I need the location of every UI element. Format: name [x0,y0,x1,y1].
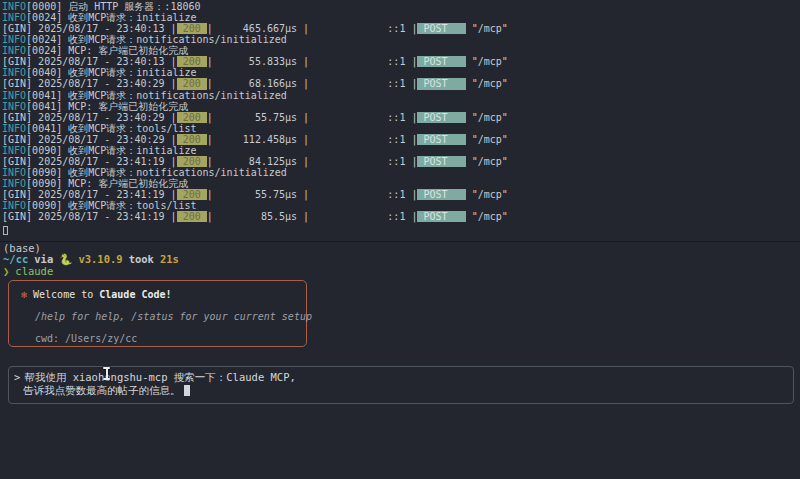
ibeam-bottom-cap [103,378,110,380]
status-200-badge: 200 [177,211,207,222]
method-post-badge: POST [417,112,465,123]
python-icon: 🐍 [59,253,72,265]
welcome-help-line: /help for help, /status for your current… [35,312,306,322]
status-200-badge: 200 [177,134,207,145]
method-post-badge: POST [417,23,465,34]
log-line: [GIN] 2025/08/17 - 23:40:29 | 200 | 112.… [2,134,508,145]
log-line: [GIN] 2025/08/17 - 23:40:29 | 200 | 68.1… [2,78,508,89]
log-level-label: INFO [2,178,26,189]
log-line: INFO[0040] 收到MCP请求：initialize [2,67,508,78]
method-post-badge: POST [417,189,465,200]
log-level-label: INFO [2,67,26,78]
log-level-label: INFO [2,34,26,45]
status-200-badge: 200 [177,23,207,34]
text-block-cursor [184,385,190,396]
welcome-title-prefix: Welcome to [33,289,93,300]
log-line: INFO[0090] MCP: 客户端已初始化完成 [2,178,508,189]
log-line: INFO[0024] 收到MCP请求：notifications/initial… [2,34,508,45]
method-post-badge: POST [417,134,465,145]
log-level-label: INFO [2,167,26,178]
section-divider [0,241,800,242]
claude-welcome-box: ✻Welcome to Claude Code! /help for help,… [8,280,307,347]
log-line: INFO[0024] MCP: 客户端已初始化完成 [2,45,508,56]
log-line: INFO[0000] 启动 HTTP 服务器：:18060 [2,1,508,12]
method-post-badge: POST [417,78,465,89]
cwd-path: ~/cc [3,253,28,265]
status-200-badge: 200 [177,78,207,89]
log-line: [GIN] 2025/08/17 - 23:41:19 | 200 | 55.7… [2,189,508,200]
log-line: INFO[0090] 收到MCP请求：tools/list [2,200,508,211]
welcome-cwd-line: cwd: /Users/zy/cc [35,334,306,344]
method-post-badge: POST [417,211,465,222]
input-line-2: 告诉我点赞数最高的帖子的信息。 [23,384,793,397]
log-line: [GIN] 2025/08/17 - 23:40:13 | 200 | 465.… [2,23,508,34]
log-line: INFO[0024] 收到MCP请求：initialize [2,12,508,23]
log-level-label: INFO [2,200,26,211]
ibeam-stem [106,369,108,378]
status-200-badge: 200 [177,56,207,67]
terminal-hollow-cursor [3,226,8,235]
status-200-badge: 200 [177,112,207,123]
status-200-badge: 200 [177,156,207,167]
python-version: v3.10.9 [78,253,122,265]
prompt-char: ❯ [3,265,9,277]
input-line-1: >帮我使用 xiaohongshu-mcp 搜索一下：Claude MCP, [14,371,793,384]
via-label: via [34,253,53,265]
claude-input-box[interactable]: >帮我使用 xiaohongshu-mcp 搜索一下：Claude MCP, 告… [8,366,794,404]
status-200-badge: 200 [177,189,207,200]
command-line: ❯claude [3,266,179,277]
log-level-label: INFO [2,90,26,101]
log-line: [GIN] 2025/08/17 - 23:40:13 | 200 | 55.8… [2,56,508,67]
method-post-badge: POST [417,156,465,167]
log-line: INFO[0090] 收到MCP请求：notifications/initial… [2,167,508,178]
input-prompt-char: > [14,371,20,383]
welcome-title: ✻Welcome to Claude Code! [21,290,306,300]
log-line: [GIN] 2025/08/17 - 23:41:19 | 200 | 85.5… [2,211,508,222]
command-duration: 21s [160,253,179,265]
log-level-label: INFO [2,145,26,156]
input-text-1: 帮我使用 xiaohongshu-mcp 搜索一下：Claude MCP, [24,371,296,383]
log-level-label: INFO [2,101,26,112]
sparkle-icon: ✻ [21,289,27,300]
shell-prompt-block: (base) ~/ccvia🐍v3.10.9took21s ❯claude [3,243,179,277]
log-line: [GIN] 2025/08/17 - 23:40:29 | 200 | 55.7… [2,112,508,123]
log-line: INFO[0090] 收到MCP请求：initialize [2,145,508,156]
log-line: INFO[0041] 收到MCP请求：notifications/initial… [2,90,508,101]
log-level-label: INFO [2,45,26,56]
log-level-label: INFO [2,1,26,12]
server-log: INFO[0000] 启动 HTTP 服务器：:18060INFO[0024] … [2,1,508,222]
welcome-title-bold: Claude Code! [99,289,171,300]
log-level-label: INFO [2,123,26,134]
log-line: INFO[0041] 收到MCP请求：tools/list [2,123,508,134]
log-line: [GIN] 2025/08/17 - 23:41:19 | 200 | 84.1… [2,156,508,167]
log-line: INFO[0041] MCP: 客户端已初始化完成 [2,101,508,112]
mouse-ibeam-cursor [103,367,110,380]
took-label: took [129,253,154,265]
log-level-label: INFO [2,12,26,23]
method-post-badge: POST [417,56,465,67]
command-text: claude [15,265,53,277]
input-text-2: 告诉我点赞数最高的帖子的信息。 [23,384,181,396]
